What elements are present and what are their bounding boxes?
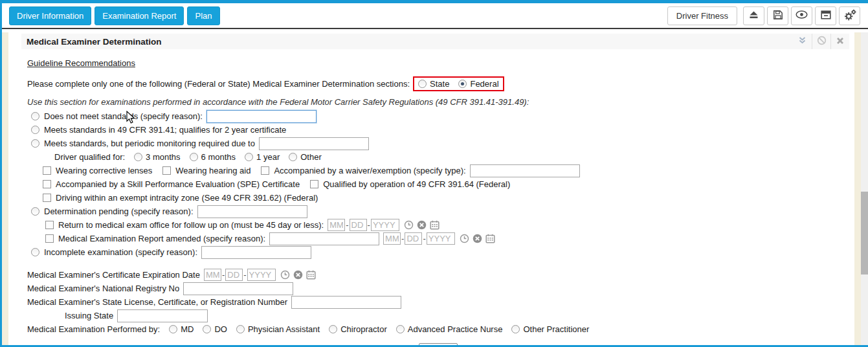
- federal-state-highlight: State Federal: [413, 76, 504, 91]
- amended-year-input[interactable]: [427, 232, 455, 245]
- incomplete-reason-input[interactable]: [201, 246, 311, 259]
- clear-date-icon[interactable]: [293, 270, 303, 280]
- qualified-1-year-group: 1 year: [245, 152, 280, 162]
- cert-year-input[interactable]: [247, 269, 276, 281]
- physician-assistant-label: Physician Assistant: [248, 324, 320, 334]
- periodic-monitoring-reason-input[interactable]: [259, 137, 369, 150]
- periodic-monitoring-radio[interactable]: [31, 139, 39, 148]
- driver-fitness-button[interactable]: Driver Fitness: [667, 6, 737, 25]
- date-separator: -: [243, 270, 246, 280]
- main-panel: Medical Examiner Determination: [8, 32, 854, 345]
- close-section-button[interactable]: [830, 34, 849, 49]
- md-label: MD: [181, 324, 194, 334]
- chevron-double-down-icon: [798, 36, 807, 47]
- do-radio[interactable]: [203, 325, 211, 333]
- top-toolbar: Driver Information Examination Report Pl…: [2, 3, 868, 28]
- hearing-aid-checkbox[interactable]: [162, 166, 171, 175]
- performed-by-apn-group: Advanced Practice Nurse: [396, 324, 503, 334]
- save-button[interactable]: [767, 6, 788, 25]
- state-license-input[interactable]: [291, 296, 401, 309]
- qualified-other-label: Other: [300, 152, 322, 162]
- incomplete-examination-radio[interactable]: [31, 248, 39, 256]
- settings-button[interactable]: [839, 6, 860, 25]
- federal-radio[interactable]: [458, 80, 467, 88]
- national-registry-input[interactable]: [183, 282, 293, 295]
- report-amended-label: Medical Examination Report amended (spec…: [58, 234, 265, 243]
- scrollbar-thumb[interactable]: [861, 192, 868, 274]
- qualified-3-months-group: 3 months: [134, 152, 180, 162]
- tab-plan[interactable]: Plan: [187, 6, 219, 25]
- state-radio[interactable]: [418, 80, 427, 88]
- issuing-state-input[interactable]: [117, 309, 208, 322]
- report-amended-reason-input[interactable]: [269, 232, 379, 245]
- calendar-icon[interactable]: [306, 270, 316, 280]
- cert-day-input[interactable]: [225, 269, 243, 281]
- toolbar-divider: [2, 28, 868, 29]
- right-margin-strip: [854, 32, 861, 345]
- time-picker-icon[interactable]: [460, 234, 469, 243]
- collapse-section-button[interactable]: [793, 34, 812, 49]
- archive-button[interactable]: [815, 6, 836, 25]
- issuing-state-label: Issuing State: [65, 311, 113, 320]
- corrective-lenses-checkbox[interactable]: [43, 166, 51, 175]
- time-picker-icon[interactable]: [280, 270, 290, 280]
- hearing-aid-label: Wearing hearing aid: [175, 166, 250, 175]
- report-amended-date-group: - -: [383, 232, 455, 245]
- determination-pending-radio[interactable]: [31, 207, 39, 216]
- qualified-391-64-checkbox[interactable]: [310, 180, 318, 188]
- nav-tabs: Driver Information Examination Report Pl…: [9, 6, 220, 25]
- qualified-3-months-radio[interactable]: [134, 153, 142, 161]
- does-not-meet-radio[interactable]: [31, 112, 39, 120]
- chiropractor-radio[interactable]: [329, 325, 337, 333]
- md-radio[interactable]: [169, 325, 177, 333]
- calendar-icon[interactable]: [485, 234, 495, 243]
- meets-standards-label: Meets standards in 49 CFR 391.41; qualif…: [44, 125, 286, 135]
- next-button[interactable]: Next: [419, 343, 458, 345]
- return-follow-up-label: Return to medical exam office for follow…: [58, 220, 324, 230]
- other-practitioner-label: Other Practitioner: [523, 324, 589, 334]
- performed-by-pa-group: Physician Assistant: [236, 324, 320, 334]
- spe-certificate-checkbox[interactable]: [43, 180, 51, 188]
- waiver-type-input[interactable]: [470, 164, 580, 177]
- date-separator: -: [368, 220, 370, 230]
- follow-up-year-input[interactable]: [371, 219, 399, 231]
- amended-day-input[interactable]: [405, 232, 422, 245]
- advanced-practice-nurse-radio[interactable]: [396, 325, 405, 333]
- guideline-recommendations-link[interactable]: Guideline Recommendations: [27, 58, 135, 68]
- cert-expiration-date-group: - -: [204, 269, 276, 281]
- determination-pending-label: Determination pending (specify reason):: [44, 207, 194, 216]
- meets-standards-radio[interactable]: [31, 126, 39, 134]
- physician-assistant-radio[interactable]: [236, 325, 245, 333]
- waiver-exemption-label: Accompanied by a waiver/exemption (speci…: [274, 166, 465, 175]
- chiropractor-label: Chiropractor: [340, 324, 387, 334]
- federal-radio-label: Federal: [470, 79, 498, 89]
- follow-up-month-input[interactable]: [328, 219, 345, 231]
- does-not-meet-reason-input[interactable]: [206, 110, 317, 123]
- performed-by-label: Medical Examination Performed by:: [27, 324, 160, 334]
- tab-examination-report[interactable]: Examination Report: [95, 6, 184, 25]
- preview-button[interactable]: [791, 6, 812, 25]
- national-registry-label: Medical Examiner's National Registry No: [27, 284, 179, 293]
- report-amended-checkbox[interactable]: [45, 234, 54, 243]
- other-practitioner-radio[interactable]: [511, 325, 520, 333]
- waiver-exemption-checkbox[interactable]: [261, 166, 269, 175]
- return-follow-up-checkbox[interactable]: [45, 221, 54, 229]
- time-picker-icon[interactable]: [404, 220, 414, 230]
- determination-pending-reason-input[interactable]: [197, 205, 307, 218]
- qualified-6-months-label: 6 months: [201, 152, 236, 162]
- exempt-intracity-checkbox[interactable]: [43, 194, 51, 202]
- cert-month-input[interactable]: [204, 269, 221, 281]
- close-icon: [836, 37, 844, 47]
- qualified-1-year-radio[interactable]: [245, 153, 253, 161]
- follow-up-day-input[interactable]: [350, 219, 367, 231]
- clear-date-icon[interactable]: [473, 234, 482, 243]
- qualified-6-months-radio[interactable]: [190, 153, 198, 161]
- eject-button[interactable]: [743, 6, 764, 25]
- disable-section-button[interactable]: [812, 34, 830, 49]
- amended-month-input[interactable]: [383, 232, 401, 245]
- vertical-scrollbar[interactable]: [861, 32, 868, 345]
- qualified-other-radio[interactable]: [289, 153, 297, 161]
- calendar-icon[interactable]: [430, 220, 440, 230]
- clear-date-icon[interactable]: [417, 220, 427, 230]
- tab-driver-information[interactable]: Driver Information: [9, 6, 91, 25]
